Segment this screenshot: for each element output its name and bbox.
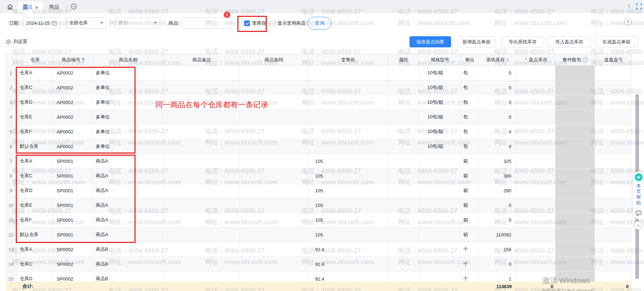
cell-count-stock[interactable] <box>517 139 555 154</box>
column-header-label: 属性 <box>399 57 408 63</box>
page-help-label[interactable]: 本页帮助 <box>636 183 641 206</box>
tab-stocktake[interactable]: 盘点 × <box>18 1 43 13</box>
save-stocktake-button[interactable]: 保存盘点结果 <box>409 36 451 47</box>
table-row[interactable]: 3仓库DAP0002多单位10包/箱包0 <box>6 95 631 110</box>
cell-spec: 10包/箱 <box>419 110 461 124</box>
table-row[interactable]: 13仓库ASP0002商品B92.4个158 <box>6 242 631 257</box>
help-divider <box>636 208 641 208</box>
total-empty <box>164 282 240 291</box>
date-input[interactable]: 2024-11-25 <box>23 17 60 29</box>
column-settings-button[interactable]: 列设置 <box>6 38 27 45</box>
cell-count-stock[interactable] <box>517 154 555 168</box>
show-disabled-checkbox-group[interactable]: 显示禁用商品 <box>270 20 306 27</box>
column-header-whole-pack[interactable]: 整件散包 ? <box>556 54 595 65</box>
cell-count-stock[interactable] <box>517 125 555 139</box>
column-header-system-stock[interactable]: 系统库存 <box>479 54 517 65</box>
column-header-warehouse[interactable]: 仓库 <box>17 54 54 65</box>
cell-unit: 包 <box>461 80 478 95</box>
import-stocktake-stock-button[interactable]: 导入盘点库存 <box>548 36 591 47</box>
cell-count-stock[interactable] <box>517 198 555 212</box>
cell-attr <box>388 242 419 257</box>
date-label: 日期: <box>9 20 20 27</box>
cell-count-stock[interactable] <box>517 95 555 109</box>
export-system-stock-button[interactable]: 导出系统库存 <box>501 36 544 47</box>
zero-stock-checkbox[interactable] <box>244 20 250 26</box>
sort-icon[interactable] <box>506 58 509 62</box>
help-question-icon[interactable]: ? <box>624 18 631 25</box>
tab-close-icon[interactable]: × <box>35 5 38 10</box>
cell-count-stock[interactable] <box>517 66 555 80</box>
table-row[interactable]: 4仓库EAP0002多单位10包/箱包0 <box>6 110 631 125</box>
cell-spec: 10包/箱 <box>419 66 461 80</box>
column-header-barcode[interactable]: 商品条码 <box>240 54 308 65</box>
cell-idx: 13 <box>6 242 16 257</box>
zero-stock-checkbox-group[interactable]: 零库存 <box>244 20 266 27</box>
cell-count-stock[interactable] <box>517 80 555 95</box>
cell-spec <box>419 198 461 212</box>
column-settings-label: 列设置 <box>13 38 27 45</box>
warehouse-select[interactable]: 全部仓库 <box>66 17 107 29</box>
cell-note <box>164 80 240 95</box>
category-select[interactable]: 类别 <box>115 17 160 29</box>
table-row[interactable]: 15仓库DSP0002商品B92.4个1 <box>6 272 631 282</box>
sort-icon[interactable] <box>82 58 85 62</box>
generate-stocktake-doc-button[interactable]: 生成盘点单据 <box>595 36 638 47</box>
cell-code: SP0001 <box>53 213 93 227</box>
column-header-retail-price[interactable]: 零售价 <box>308 54 388 65</box>
column-header-product-name[interactable]: 商品名称 <box>93 54 164 65</box>
table-row[interactable]: 6默认仓库AP0002多单位10包/箱包0 <box>6 139 631 154</box>
help-avatar-icon[interactable] <box>635 173 643 181</box>
cell-profit-loss <box>595 213 631 227</box>
table-row[interactable]: 12默认仓库SP0001商品A105箱110092 <box>6 227 631 242</box>
cell-system-stock: 1 <box>478 272 517 282</box>
table-row[interactable]: 8仓库CSP0001商品A105箱380 <box>6 169 631 183</box>
tab-products[interactable]: 商品 <box>46 1 62 13</box>
table-row[interactable]: 5仓库FAP0002多单位10包/箱包0 <box>6 125 631 139</box>
collapse-widget-button[interactable]: » <box>634 221 643 230</box>
chat-button[interactable] <box>635 210 642 216</box>
cell-attr <box>388 110 419 124</box>
cell-price: 105 <box>308 213 388 227</box>
query-button[interactable]: 查询 <box>308 17 331 29</box>
column-header-count-stock[interactable]: * 盘点库存 <box>517 54 556 65</box>
column-header-attribute[interactable]: 属性 <box>388 54 419 65</box>
page-help-widget[interactable]: 本页帮助 <box>633 172 644 219</box>
table-row[interactable]: 14仓库CSP0002商品B92.4个0 <box>6 257 631 272</box>
scroll-top-button[interactable]: ↑ <box>625 3 633 10</box>
table-row[interactable]: 1仓库AAP0002多单位10包/箱包0 <box>6 66 631 80</box>
fullscreen-button[interactable] <box>636 3 642 10</box>
cell-count-stock[interactable] <box>517 110 555 124</box>
column-header-product-code[interactable]: 商品编号 <box>54 54 93 65</box>
category-select-placeholder: 类别 <box>119 20 128 26</box>
cell-whole-pack <box>555 183 595 198</box>
table-row[interactable]: 10仓库ESP0001商品A105箱0 <box>6 198 631 213</box>
cell-count-stock[interactable] <box>517 183 555 198</box>
cell-count-stock[interactable] <box>517 242 555 257</box>
cell-count-stock[interactable] <box>517 272 555 282</box>
cell-idx: 1 <box>6 66 16 80</box>
column-header-unit[interactable]: 单位 <box>461 54 479 65</box>
cell-barcode <box>240 183 308 198</box>
product-input[interactable] <box>182 17 231 29</box>
cell-idx: 11 <box>6 213 16 227</box>
table-row[interactable]: 9仓库DSP0001商品A105箱290 <box>6 183 631 198</box>
tab-history-button[interactable] <box>70 3 77 10</box>
column-header-product-note[interactable]: 商品备注 <box>164 54 240 65</box>
table-row[interactable]: 11仓库FSP0001商品A105箱0 <box>6 213 631 227</box>
cell-whole-pack <box>555 257 595 271</box>
cell-count-stock[interactable] <box>517 257 555 271</box>
cell-count-stock[interactable] <box>517 169 555 183</box>
cell-note <box>164 169 240 183</box>
cell-note <box>164 242 240 257</box>
table-row[interactable]: 7仓库ASP0001商品A105箱325 <box>6 154 631 169</box>
column-header-spec-model[interactable]: 规格型号 <box>419 54 461 65</box>
column-header-profit-loss[interactable]: 盘盈盘亏 <box>595 54 632 65</box>
new-stocktake-doc-button[interactable]: 新增盘点单据 <box>457 36 496 47</box>
show-disabled-checkbox[interactable] <box>270 20 275 26</box>
cell-warehouse: 仓库D <box>16 272 53 282</box>
cell-count-stock[interactable] <box>517 213 555 227</box>
home-button[interactable] <box>6 3 14 11</box>
table-row[interactable]: 2仓库CAP0002多单位10包/箱包0 <box>6 80 631 95</box>
question-circle-icon[interactable]: ? <box>583 57 588 62</box>
cell-count-stock[interactable] <box>517 227 555 242</box>
